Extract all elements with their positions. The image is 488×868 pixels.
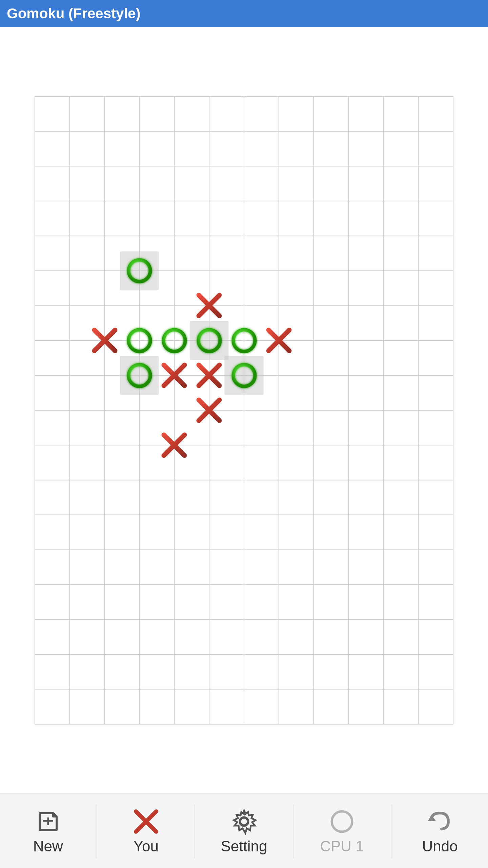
cpu1-button[interactable]: CPU 1	[294, 797, 389, 865]
divider-3	[293, 804, 293, 859]
piece-circle	[120, 356, 159, 395]
svg-point-39	[198, 330, 220, 351]
setting-label: Setting	[221, 838, 267, 855]
piece-circle	[120, 321, 159, 360]
svg-point-40	[233, 330, 255, 351]
piece-circle	[225, 356, 264, 395]
game-board-container[interactable]	[0, 27, 488, 793]
piece-circle	[225, 321, 264, 360]
new-icon	[35, 808, 62, 835]
cpu1-icon	[328, 808, 355, 835]
setting-button[interactable]: Setting	[197, 797, 291, 865]
piece-cross	[190, 391, 229, 430]
game-board[interactable]	[0, 27, 488, 793]
new-label: New	[33, 838, 63, 855]
piece-cross	[190, 356, 229, 395]
svg-point-58	[332, 811, 352, 832]
divider-4	[391, 804, 391, 859]
svg-point-32	[128, 260, 150, 282]
game-title: Gomoku (Freestyle)	[7, 5, 140, 22]
undo-icon	[426, 808, 453, 835]
piece-cross	[155, 356, 194, 395]
divider-1	[97, 804, 97, 859]
bottom-bar: New You Setting CPU 1	[0, 793, 488, 868]
svg-point-43	[128, 364, 150, 386]
setting-icon	[230, 808, 258, 835]
piece-circle	[155, 321, 194, 360]
new-button[interactable]: New	[1, 797, 96, 865]
svg-point-57	[240, 817, 248, 826]
divider-2	[195, 804, 195, 859]
piece-cross	[85, 321, 124, 360]
svg-point-48	[233, 364, 255, 386]
piece-cross	[155, 426, 194, 465]
cpu1-label: CPU 1	[320, 838, 364, 855]
you-label: You	[134, 838, 159, 855]
you-button[interactable]: You	[99, 797, 194, 865]
piece-cross	[259, 321, 298, 360]
piece-circle	[120, 251, 159, 290]
piece-cross	[190, 286, 229, 325]
title-bar: Gomoku (Freestyle)	[0, 0, 488, 27]
you-icon	[133, 808, 160, 835]
svg-point-38	[163, 330, 185, 351]
piece-circle	[190, 321, 229, 360]
undo-button[interactable]: Undo	[392, 797, 487, 865]
svg-point-37	[128, 330, 150, 351]
undo-label: Undo	[422, 838, 458, 855]
pieces-layer	[0, 27, 488, 793]
